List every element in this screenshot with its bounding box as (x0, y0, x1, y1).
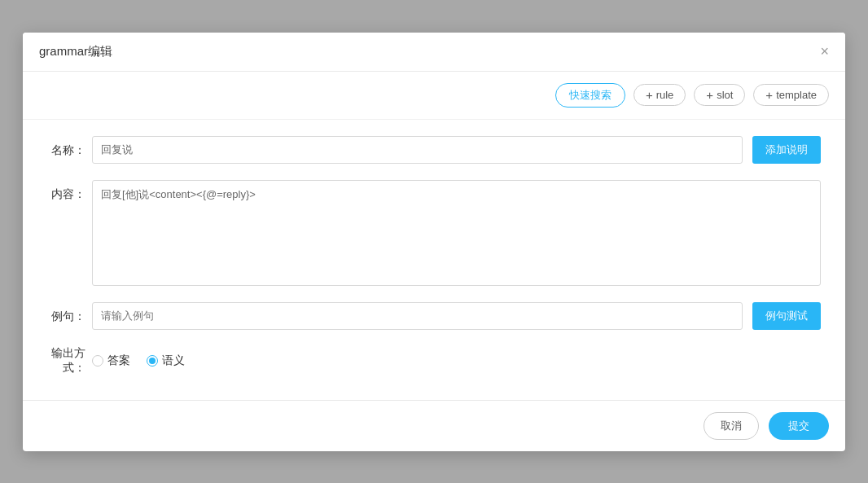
dialog-footer: 取消 提交 (23, 400, 845, 451)
content-row: 内容： (47, 180, 821, 286)
radio-semantic[interactable]: 语义 (147, 353, 185, 368)
name-label: 名称： (47, 136, 92, 164)
plus-icon-slot: + (706, 89, 713, 101)
add-slot-button[interactable]: + slot (694, 84, 745, 106)
add-template-label: template (776, 89, 817, 101)
add-template-button[interactable]: + template (753, 84, 829, 106)
toolbar: 快速搜索 + rule + slot + template (23, 72, 845, 120)
example-label: 例句： (47, 302, 92, 330)
add-note-button[interactable]: 添加说明 (752, 136, 821, 164)
radio-semantic-circle[interactable] (147, 355, 158, 367)
quick-search-button[interactable]: 快速搜索 (555, 83, 625, 108)
submit-button[interactable]: 提交 (769, 412, 829, 440)
add-rule-button[interactable]: + rule (633, 84, 686, 106)
name-input[interactable] (92, 136, 743, 164)
dialog-body: 名称： 添加说明 内容： 例句： 例句测试 (23, 120, 845, 400)
dialog-header: grammar编辑 × (23, 33, 845, 72)
add-rule-label: rule (656, 89, 674, 101)
output-row: 输出方式： 答案 语义 (47, 346, 821, 375)
dialog-overlay: grammar编辑 × 快速搜索 + rule + slot + templat… (0, 0, 868, 483)
dialog-title: grammar编辑 (39, 44, 112, 59)
plus-icon: + (646, 89, 653, 101)
close-button[interactable]: × (820, 44, 829, 59)
plus-icon-template: + (765, 89, 773, 101)
content-textarea[interactable] (92, 180, 821, 286)
example-control-wrap: 例句测试 (92, 302, 821, 330)
name-control-wrap: 添加说明 (92, 136, 821, 164)
radio-group: 答案 语义 (92, 353, 185, 368)
radio-answer[interactable]: 答案 (92, 353, 130, 368)
add-slot-label: slot (717, 89, 733, 101)
cancel-button[interactable]: 取消 (704, 412, 759, 440)
radio-answer-circle[interactable] (92, 355, 103, 367)
example-input[interactable] (92, 302, 743, 330)
dialog: grammar编辑 × 快速搜索 + rule + slot + templat… (23, 33, 845, 451)
test-example-button[interactable]: 例句测试 (752, 302, 821, 330)
content-control-wrap (92, 180, 821, 286)
content-label: 内容： (47, 180, 92, 208)
example-row: 例句： 例句测试 (47, 302, 821, 330)
radio-semantic-label: 语义 (162, 353, 185, 368)
output-label: 输出方式： (47, 346, 92, 375)
radio-answer-label: 答案 (107, 353, 130, 368)
name-row: 名称： 添加说明 (47, 136, 821, 164)
